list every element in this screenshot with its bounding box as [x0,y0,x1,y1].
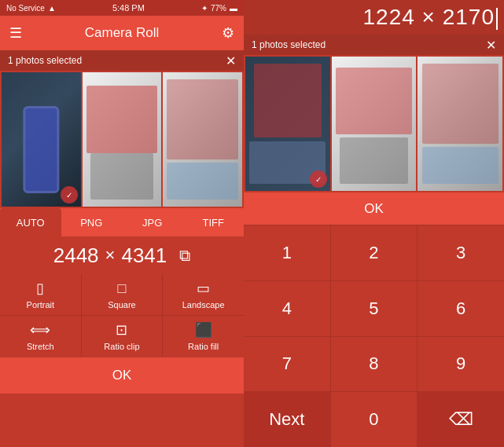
stretch-button[interactable]: ⟺ Stretch [0,316,81,357]
numpad-key-0[interactable]: 0 [331,392,418,447]
copy-icon[interactable]: ⧉ [179,247,190,265]
right-dimension-bar: 1224 × 2170 [244,0,504,35]
numpad-key-9[interactable]: 9 [418,337,504,392]
right-panel: 1224 × 2170 1 photos selected ✕ ✓ [244,0,504,447]
left-photos-close-icon[interactable]: ✕ [226,53,236,68]
right-photo-grid: ✓ [244,55,504,192]
numpad: OK 1 2 3 4 5 6 7 8 9 Next 0 ⌫ [244,192,504,447]
right-photos-selected-bar: 1 photos selected ✕ [244,35,504,55]
numpad-key-4[interactable]: 4 [244,281,330,336]
camera-roll-title: Camera Roll [85,25,159,41]
left-photos-selected-bar: 1 photos selected ✕ [0,50,244,71]
format-tab-png[interactable]: PNG [61,208,123,236]
numpad-backspace-button[interactable]: ⌫ [418,392,504,447]
format-tab-jpg[interactable]: JPG [122,208,183,236]
hamburger-menu-icon[interactable]: ☰ [9,24,22,42]
selected-badge-1: ✓ [61,186,78,203]
left-width-value: 2448 [53,244,99,268]
format-tab-tiff[interactable]: TIFF [183,208,245,236]
photo-thumb-1[interactable]: ✓ [2,72,81,207]
numpad-key-8[interactable]: 8 [331,337,418,392]
numpad-next-button[interactable]: Next [244,392,330,447]
status-bar-left-info: No Service ▲ [6,4,56,13]
landscape-button[interactable]: ▭ Landscape [163,274,244,315]
numpad-key-5[interactable]: 5 [331,281,418,336]
numpad-grid: 1 2 3 4 5 6 7 8 9 Next 0 ⌫ [244,225,504,447]
square-button[interactable]: □ Square [82,274,163,315]
portrait-button[interactable]: ▯ Portrait [0,274,81,315]
text-cursor [496,8,498,30]
battery-text: 77% [211,4,226,13]
portrait-icon: ▯ [36,280,44,297]
square-icon: □ [118,280,127,297]
left-ok-button[interactable]: OK [0,357,244,394]
left-dimension-row: 2448 × 4341 ⧉ [0,236,244,274]
right-dimension-display: 1224 × 2170 [363,5,498,30]
right-selected-badge: ✓ [310,170,327,188]
stretch-icon: ⟺ [30,321,50,339]
photo-thumb-2[interactable] [83,72,162,207]
settings-gear-icon[interactable]: ⚙ [222,24,234,42]
right-photos-selected-text: 1 photos selected [252,39,326,50]
layout-grid: ▯ Portrait □ Square ▭ Landscape ⟺ Stretc… [0,274,244,357]
right-photos-close-icon[interactable]: ✕ [486,38,496,53]
left-header: ☰ Camera Roll ⚙ [0,16,244,50]
right-photo-thumb-3[interactable] [418,57,502,191]
landscape-label: Landscape [182,300,225,310]
left-height-value: 4341 [121,244,167,268]
ratio-fill-button[interactable]: ⬛ Ratio fill [163,316,244,357]
left-photo-grid: ✓ [0,71,244,208]
right-dim-text: 1224 × 2170 [363,5,495,29]
bluetooth-icon: ✦ [201,4,208,13]
status-bar-right-info: ✦ 77% ▬ [201,4,237,13]
left-photos-selected-text: 1 photos selected [8,55,82,66]
square-label: Square [108,300,135,310]
ratio-clip-button[interactable]: ⊡ Ratio clip [82,316,163,357]
ratio-clip-label: Ratio clip [104,342,139,351]
ratio-fill-label: Ratio fill [188,342,219,351]
left-times-icon: × [105,245,116,266]
left-panel: No Service ▲ 5:48 PM ✦ 77% ▬ ☰ Camera Ro… [0,0,244,447]
wifi-icon: ▲ [48,4,56,13]
time-display: 5:48 PM [112,3,145,13]
stretch-label: Stretch [27,342,54,351]
numpad-key-1[interactable]: 1 [244,225,330,280]
battery-icon: ▬ [230,4,237,13]
ratio-clip-icon: ⊡ [116,321,127,339]
format-tabs: AUTO PNG JPG TIFF [0,208,244,236]
right-photo-thumb-1[interactable]: ✓ [245,57,330,191]
format-tab-auto[interactable]: AUTO [0,208,61,236]
numpad-key-7[interactable]: 7 [244,337,330,392]
landscape-icon: ▭ [197,280,210,297]
numpad-key-3[interactable]: 3 [418,225,504,280]
numpad-key-6[interactable]: 6 [418,281,504,336]
portrait-label: Portrait [27,300,54,310]
status-bar-left: No Service ▲ 5:48 PM ✦ 77% ▬ [0,0,244,16]
numpad-key-2[interactable]: 2 [331,225,418,280]
carrier-text: No Service [6,4,45,13]
ratio-fill-icon: ⬛ [195,321,212,339]
right-ok-button[interactable]: OK [244,192,504,225]
photo-thumb-3[interactable] [163,72,242,207]
right-photo-thumb-2[interactable] [332,57,417,191]
